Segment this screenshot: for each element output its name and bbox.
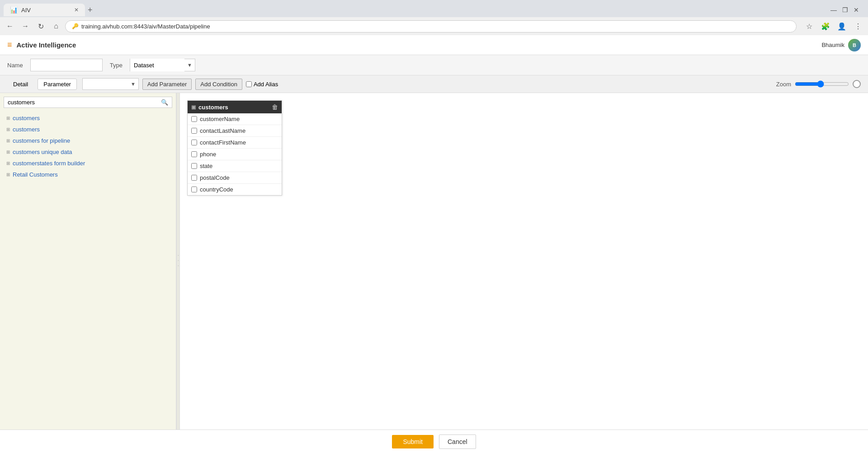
field-label: customerName [200,116,240,122]
app-header-right: Bhaumik B [821,39,861,51]
list-item[interactable]: ⊞ customers for pipeline [4,135,172,146]
list-item[interactable]: ⊞ customers [4,124,172,135]
zoom-circle [853,80,861,88]
dataset-icon: ▣ [191,104,196,110]
hamburger-icon[interactable]: ≡ [7,40,12,50]
app-header: ≡ Active Intelligence Bhaumik B [0,35,868,55]
add-parameter-button[interactable]: Add Parameter [142,79,192,90]
grid-icon: ⊞ [6,127,10,132]
cancel-button[interactable]: Cancel [439,434,476,449]
maximize-icon[interactable]: ❐ [842,6,848,14]
list-item-label: Retail Customers [13,171,58,178]
dataset-field: contactFirstName [188,137,282,149]
main-content: 🔍 ⊞ customers ⊞ customers ⊞ customers fo… [0,93,868,430]
search-wrap: 🔍 [4,97,172,108]
dataset-card: ▣ customers 🗑 customerName contactLastNa… [187,100,282,196]
lock-icon: 🔑 [72,23,79,29]
field-label: phone [200,151,216,158]
add-alias-label: Add Alias [254,81,278,88]
param-select-wrap: ▼ [82,78,139,90]
grid-icon: ⊞ [6,138,10,143]
tab-detail[interactable]: Detail [7,79,34,90]
list-item[interactable]: ⊞ customerstates form builder [4,158,172,169]
search-input[interactable] [8,99,161,106]
resizer-handle[interactable]: · · · [176,93,180,430]
type-select-arrow: ▼ [184,62,195,68]
field-checkbox-countrycode[interactable] [191,187,197,192]
field-checkbox-customername[interactable] [191,116,197,122]
dataset-title: customers [198,104,228,111]
alias-wrap: Add Alias [246,81,278,88]
home-button[interactable]: ⌂ [50,20,62,33]
close-window-icon[interactable]: ✕ [854,6,859,14]
tab-close-icon[interactable]: ✕ [74,7,79,13]
list-item[interactable]: ⊞ customers [4,112,172,124]
field-label: contactFirstName [200,139,246,146]
dataset-delete-button[interactable]: 🗑 [272,103,278,111]
list-item-label: customers [13,115,40,121]
canvas-area: ▣ customers 🗑 customerName contactLastNa… [180,93,868,430]
forward-button[interactable]: → [19,20,32,33]
name-input[interactable] [30,59,103,71]
grid-icon: ⊞ [6,149,10,154]
browser-chrome: 📊 AIV ✕ + — ❐ ✕ ← → ↻ ⌂ 🔑 training.aivhu… [0,0,868,35]
field-label: postalCode [200,174,230,181]
list-item-label: customers [13,126,40,133]
submit-button[interactable]: Submit [392,435,434,448]
field-checkbox-contactfirstname[interactable] [191,140,197,145]
dataset-card-header: ▣ customers 🗑 [188,101,282,113]
zoom-label: Zoom [776,81,791,88]
field-label: state [200,163,212,169]
dataset-field: postalCode [188,172,282,184]
dataset-field: customerName [188,113,282,125]
type-select-wrap: Dataset Query Stored Procedure ▼ [130,59,195,71]
bookmark-icon[interactable]: ☆ [803,20,816,33]
list-item-label: customers for pipeline [13,137,70,144]
extensions-icon[interactable]: 🧩 [819,20,832,33]
grid-icon: ⊞ [6,172,10,177]
footer: Submit Cancel [0,430,868,453]
field-checkbox-phone[interactable] [191,151,197,157]
app-container: ≡ Active Intelligence Bhaumik B Name Typ… [0,35,868,453]
search-icon: 🔍 [161,99,168,106]
reload-button[interactable]: ↻ [34,20,47,33]
field-checkbox-postalcode[interactable] [191,175,197,181]
field-label: countryCode [200,186,233,193]
profile-icon[interactable]: 👤 [835,20,848,33]
tab-parameter[interactable]: Parameter [38,79,77,90]
address-bar[interactable]: 🔑 training.aivhub.com:8443/aiv/MasterDat… [65,20,797,33]
dataset-field: state [188,160,282,172]
add-alias-checkbox[interactable] [246,81,252,87]
back-button[interactable]: ← [4,20,16,33]
add-condition-button[interactable]: Add Condition [195,79,242,90]
list-item[interactable]: ⊞ customers unique data [4,146,172,158]
param-select-arrow: ▼ [128,81,138,87]
type-label: Type [110,62,123,69]
param-select[interactable] [83,80,128,89]
tabs-row: Detail Parameter ▼ Add Parameter Add Con… [0,75,868,93]
field-checkbox-state[interactable] [191,163,197,169]
browser-tab: 📊 AIV ✕ [4,4,85,16]
dataset-card-header-left: ▣ customers [191,104,228,111]
tab-favicon: 📊 [10,6,18,14]
type-select[interactable]: Dataset Query Stored Procedure [130,59,184,71]
browser-titlebar: 📊 AIV ✕ + — ❐ ✕ [0,0,868,17]
list-item-label: customerstates form builder [13,160,85,167]
app-header-left: ≡ Active Intelligence [7,40,76,50]
list-item[interactable]: ⊞ Retail Customers [4,169,172,180]
menu-icon[interactable]: ⋮ [852,20,864,33]
toolbar-row: Name Type Dataset Query Stored Procedure… [0,55,868,75]
list-item-label: customers unique data [13,149,72,155]
zoom-wrap: Zoom [776,80,861,88]
minimize-icon[interactable]: — [830,6,837,14]
grid-icon: ⊞ [6,161,10,166]
user-avatar: B [848,39,861,51]
zoom-slider[interactable] [795,80,849,88]
dataset-field: phone [188,149,282,160]
dataset-field: countryCode [188,184,282,195]
grid-icon: ⊞ [6,116,10,121]
tab-title: AIV [21,7,31,14]
browser-controls-row: ← → ↻ ⌂ 🔑 training.aivhub.com:8443/aiv/M… [0,17,868,35]
new-tab-button[interactable]: + [88,5,93,15]
field-checkbox-contactlastname[interactable] [191,128,197,134]
